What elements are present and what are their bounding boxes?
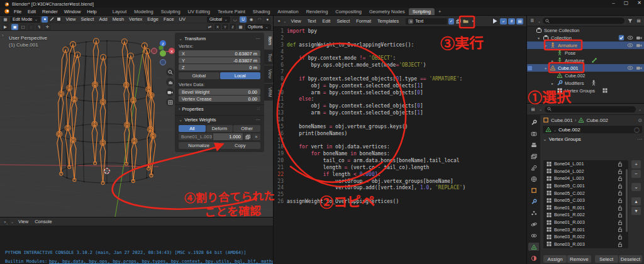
expand-caret[interactable]: ▸ [550, 89, 555, 93]
move-up-button[interactable]: ▴ [631, 197, 641, 206]
lock-open-icon[interactable] [617, 161, 623, 167]
lock-open-icon[interactable] [617, 241, 623, 248]
transform-orientation-dropdown[interactable]: Global⌄ [207, 16, 230, 23]
properties-tab-output[interactable] [528, 141, 539, 149]
vertex-group-row-bone03-r-002[interactable]: Bone03_R.002 [543, 233, 628, 241]
camera-icon[interactable] [636, 35, 642, 41]
viewport-menu-vertex[interactable]: Vertex [126, 16, 145, 22]
camera-view-button[interactable] [166, 88, 174, 96]
npanel-tab-vrm[interactable]: VRM [264, 84, 273, 101]
mesh-name-field[interactable]: ⌄ Cube.002 ◯ [543, 126, 642, 133]
new-text-icon[interactable] [455, 18, 462, 25]
add-group-button[interactable]: + [631, 160, 641, 168]
properties-tab-view-layer[interactable] [528, 152, 539, 160]
breadcrumb-object[interactable]: Cube.001 [551, 118, 573, 123]
camera-icon[interactable] [636, 65, 642, 71]
properties-tab-particles[interactable] [528, 209, 539, 217]
menu-help[interactable]: Help [84, 9, 99, 14]
outliner-row-cube-002[interactable]: Cube.002 [527, 72, 644, 79]
text-menu-templates[interactable]: Templates [374, 18, 402, 24]
run-script-button[interactable] [491, 18, 499, 25]
vertex-group-row-bone03-r-001[interactable]: Bone03_R.001 [543, 226, 628, 233]
breadcrumb-data[interactable]: Cube.002 [586, 118, 608, 123]
vertex-y-field[interactable]: Y-0.63807 m [179, 57, 260, 63]
vertex-group-row-bone05-c-001[interactable]: Bone05_C.001 [543, 182, 628, 190]
menu-edit[interactable]: Edit [25, 9, 39, 14]
eye-icon[interactable] [627, 35, 633, 41]
pin-id-icon[interactable]: ⊙ [638, 118, 642, 123]
snap-toggle-icon[interactable]: U [240, 16, 247, 23]
word-wrap-icon[interactable]: ⤶ [500, 18, 507, 25]
lock-open-icon[interactable] [617, 183, 623, 189]
vertex-x-field[interactable]: X0.63807 m [179, 50, 260, 57]
mirror-z-button[interactable]: Z [230, 24, 236, 30]
lock-open-icon[interactable] [617, 226, 623, 233]
workspace-tab-compositing[interactable]: Compositing [331, 8, 365, 15]
expand-caret[interactable]: ▾ [543, 43, 548, 48]
minimize-button[interactable]: – [612, 0, 614, 6]
properties-tab-render[interactable] [528, 129, 539, 138]
edge-select-icon[interactable] [48, 16, 55, 23]
text-menu-view[interactable]: View [288, 18, 304, 24]
maximize-button[interactable]: ▢ [624, 0, 629, 6]
text-editor-type-icon[interactable]: ≡ [276, 18, 282, 25]
tweak-tool-icon[interactable]: ▣ [11, 24, 18, 30]
text-menu-edit[interactable]: Edit [319, 18, 333, 24]
workspace-tab-animation[interactable]: Animation [274, 8, 302, 15]
properties-tab-tool[interactable] [528, 118, 539, 126]
outliner[interactable]: ☰ ⌄ ▤ Scene Collection▾Collection▾Armatu… [526, 16, 644, 103]
vertex-weights-panel-header[interactable]: ⌄Vertex Weights⋯ [179, 116, 260, 123]
new-collection-icon[interactable]: ▤ [635, 18, 642, 24]
eye-icon[interactable] [627, 65, 633, 71]
remove-button[interactable]: Remove [567, 255, 591, 263]
properties-editor-icon[interactable]: ▤ [530, 106, 536, 113]
menu-window[interactable]: Window [61, 9, 84, 14]
mirror-icon[interactable]: ⇄ [206, 24, 213, 30]
snap-icon[interactable]: ◡ [231, 16, 238, 23]
properties-tab-object[interactable] [528, 186, 539, 194]
deselect-button[interactable]: Deselect [619, 255, 642, 263]
code-area[interactable]: 1234567891011121314151617181920212223242… [274, 26, 465, 206]
properties-search-input[interactable] [545, 106, 636, 113]
text-datablock-selector[interactable]: ≣Text [406, 18, 447, 25]
outliner-row-cube-001[interactable]: ▾Cube.001 [527, 64, 644, 72]
viewport-3d[interactable]: ▦ Edit Mode⌄ ViewSelectAddMeshVertexEdge… [0, 16, 273, 217]
normalize-button[interactable]: Normalize [179, 142, 219, 149]
outliner-row-scene-collection[interactable]: Scene Collection [527, 26, 644, 34]
check-icon[interactable] [618, 35, 625, 41]
vw-filter-all[interactable]: All [179, 125, 206, 132]
outliner-row-collection[interactable]: ▾Collection [527, 34, 644, 41]
mode-dropdown[interactable]: Edit Mode⌄ [10, 16, 40, 23]
lock-open-icon[interactable] [617, 212, 623, 218]
register-checkbox-icon[interactable]: ✓ [448, 18, 455, 25]
select-lasso-icon[interactable]: ↯ [36, 24, 43, 30]
viewport-menu-select[interactable]: Select [79, 16, 97, 22]
vertex-group-row-bone01-r-001[interactable]: Bone01_R.001 [543, 204, 628, 212]
copy-button[interactable]: Copy [220, 142, 261, 149]
workspace-tab-modeling[interactable]: Modeling [130, 8, 157, 15]
remove-group-button[interactable]: − [631, 170, 641, 178]
properties-tab-scene[interactable] [528, 163, 539, 172]
select-circle-icon[interactable]: ◌ [28, 24, 35, 30]
camera-icon[interactable] [636, 42, 642, 48]
viewport-menu-mesh[interactable]: Mesh [110, 16, 126, 22]
console-editor-icon[interactable]: >_ [3, 219, 9, 225]
viewport-menu-add[interactable]: Add [96, 16, 109, 22]
properties-tab-data[interactable] [528, 243, 539, 251]
outliner-row-modifiers[interactable]: ▸Modifiers [527, 79, 644, 87]
lock-open-icon[interactable] [617, 219, 623, 226]
assign-button[interactable]: Assign [543, 255, 567, 263]
properties-panel-header[interactable]: ›Properties⁙ [179, 105, 260, 113]
vertex-groups-list[interactable]: Bone04_L.001Bone04_L.002Bone04_L.003Bone… [543, 160, 628, 248]
workspace-tab-texture-paint[interactable]: Texture Paint [214, 8, 249, 15]
toolbar-expand-arrow[interactable]: › [2, 33, 4, 38]
snap-grid-icon[interactable]: ▦ [237, 24, 244, 30]
vertex-group-row-bone05-c-003[interactable]: Bone05_C.003 [543, 197, 628, 204]
menu-file[interactable]: File [11, 9, 25, 14]
fake-user-icon[interactable]: ◯ [634, 127, 640, 133]
python-console[interactable]: >_ ⌄ ViewConsole PYTHON INTERACTIVE CONS… [0, 217, 273, 264]
unlink-icon[interactable]: × [470, 18, 476, 25]
properties-tab-physics[interactable] [528, 220, 539, 228]
vertex-group-row-bone05-c-002[interactable]: Bone05_C.002 [543, 189, 628, 197]
expand-caret[interactable]: ▸ [550, 81, 555, 85]
